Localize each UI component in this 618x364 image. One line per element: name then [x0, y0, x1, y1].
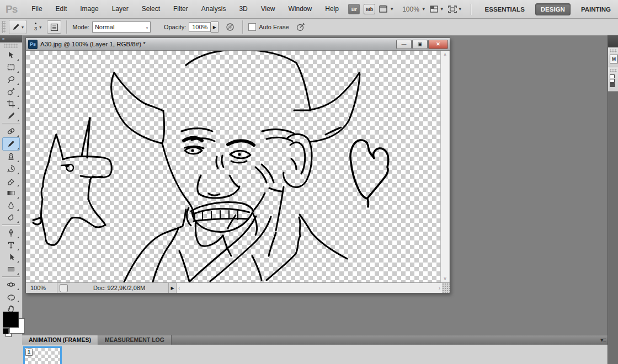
- launch-bridge-button[interactable]: Br: [348, 4, 360, 14]
- brush-preview: 3: [34, 23, 37, 31]
- smudge-icon: [7, 213, 15, 222]
- opacity-slider-button[interactable]: ▶: [211, 22, 219, 33]
- menu-image[interactable]: Image: [73, 0, 105, 18]
- scroll-right-arrow[interactable]: ›: [439, 285, 440, 291]
- toggle-brush-panel-button[interactable]: [47, 20, 61, 34]
- dock-header[interactable]: [608, 35, 618, 47]
- screen-mode-dropdown[interactable]: ▼: [448, 6, 462, 13]
- lasso-tool[interactable]: [3, 73, 19, 85]
- gradient-tool[interactable]: [3, 187, 19, 199]
- close-button[interactable]: ✕: [428, 40, 448, 49]
- rectangular-marquee-tool[interactable]: [3, 61, 19, 73]
- pencil-icon: [7, 140, 15, 148]
- mini-bridge-button[interactable]: Mb: [364, 4, 375, 14]
- panel-menu-icon[interactable]: ▾≡: [600, 336, 606, 344]
- brush-tip-dot: [35, 23, 36, 24]
- tool-group-separator: [2, 224, 20, 226]
- canvas[interactable]: [26, 51, 440, 282]
- blur-tool[interactable]: [3, 199, 19, 211]
- crop-tool[interactable]: [3, 98, 19, 110]
- foreground-color-swatch[interactable]: [3, 328, 9, 334]
- tool-preset-picker[interactable]: ▾: [9, 20, 26, 34]
- panel-grip[interactable]: [2, 21, 6, 33]
- history-brush-tool[interactable]: [3, 163, 19, 175]
- dock-panel-button-1[interactable]: M: [608, 47, 618, 67]
- arrange-documents-icon: [430, 6, 439, 13]
- eyedropper-tool[interactable]: [3, 110, 19, 122]
- maximize-button[interactable]: ▣: [412, 40, 428, 49]
- menu-select[interactable]: Select: [135, 0, 167, 18]
- status-bar: 100% Doc: 922,9K/2,08M ▶ ‹ ›: [26, 282, 450, 293]
- separator: [471, 4, 472, 15]
- document-title-bar[interactable]: Ps A30.jpg @ 100% (Layer 1, RGB/8#) * — …: [26, 38, 450, 51]
- tools-panel-header[interactable]: »: [0, 35, 22, 42]
- quick-selection-icon: [7, 87, 15, 96]
- quick-selection-tool[interactable]: [3, 85, 19, 98]
- menu-3d[interactable]: 3D: [232, 0, 254, 18]
- scroll-up-arrow[interactable]: ∧: [441, 52, 449, 57]
- mode-value: Normal: [95, 24, 114, 30]
- menu-view[interactable]: View: [254, 0, 282, 18]
- arrange-documents-dropdown[interactable]: ▼: [430, 6, 444, 13]
- tab-animation-frames-[interactable]: ANIMATION (FRAMES): [22, 335, 98, 345]
- rectangle-shape-tool[interactable]: [3, 263, 19, 275]
- horizontal-scrollbar[interactable]: ‹ ›: [177, 283, 442, 293]
- status-zoom-field[interactable]: 100%: [26, 283, 57, 293]
- type-tool[interactable]: [3, 239, 19, 251]
- workspace-design[interactable]: DESIGN: [535, 3, 571, 15]
- droplet-icon: [7, 201, 15, 210]
- gradient-icon: [7, 189, 15, 197]
- foreground-color-swatch-large[interactable]: [3, 312, 19, 328]
- workspace-painting[interactable]: PAINTING: [576, 4, 616, 15]
- scroll-left-arrow[interactable]: ‹: [178, 285, 180, 291]
- menu-window[interactable]: Window: [282, 0, 319, 18]
- tool-options-bar: ▾ 3 ▾ Mode: Normal ᵥ Opacity: 100% ▶ Aut…: [0, 19, 618, 36]
- tools-panel-grip[interactable]: [4, 44, 18, 48]
- photoshop-file-icon: Ps: [28, 40, 38, 49]
- chevron-down-icon: ▾: [22, 25, 24, 30]
- menu-file[interactable]: File: [25, 0, 49, 18]
- zoom-level-dropdown[interactable]: 100% ▼: [398, 6, 426, 13]
- move-tool[interactable]: [3, 49, 19, 61]
- panel-tabs: ANIMATION (FRAMES)MEASUREMENT LOG: [22, 335, 172, 345]
- window-controls: — ▣ ✕: [396, 40, 448, 49]
- pencil-tool[interactable]: [2, 137, 20, 151]
- dock-panel-button-2[interactable]: [608, 67, 618, 92]
- frame-number: 1: [25, 349, 33, 356]
- app-logo: Ps: [6, 3, 17, 15]
- brush-preset-picker[interactable]: 3 ▾: [34, 23, 41, 31]
- menu-filter[interactable]: Filter: [167, 0, 195, 18]
- smudge-tool[interactable]: [3, 211, 19, 223]
- resize-grip[interactable]: [442, 283, 450, 293]
- animation-frame-thumbnail[interactable]: 1: [23, 346, 62, 364]
- pen-tool[interactable]: [3, 227, 19, 239]
- scroll-down-arrow[interactable]: ∨: [441, 276, 449, 281]
- chevron-down-icon: ▾: [39, 25, 41, 30]
- opacity-field[interactable]: 100%: [189, 22, 211, 32]
- 3d-rotate-tool[interactable]: [3, 279, 19, 291]
- menu-edit[interactable]: Edit: [49, 0, 74, 18]
- screen-mode-icon: [448, 6, 457, 13]
- clone-stamp-tool[interactable]: [3, 151, 19, 163]
- minimize-button[interactable]: —: [396, 40, 412, 49]
- shape-icon: [7, 265, 15, 274]
- tab-measurement-log[interactable]: MEASUREMENT LOG: [98, 335, 172, 345]
- photoshop-window: Ps FileEditImageLayerSelectFilterAnalysi…: [0, 0, 618, 364]
- workspace-essentials[interactable]: ESSENTIALS: [480, 4, 530, 15]
- view-extras-dropdown[interactable]: ▼: [379, 5, 394, 13]
- path-selection-tool[interactable]: [3, 251, 19, 263]
- airbrush-button[interactable]: [223, 20, 237, 34]
- eraser-tool[interactable]: [3, 175, 19, 187]
- menu-help[interactable]: Help: [318, 0, 345, 18]
- mode-select[interactable]: Normal ᵥ: [92, 22, 151, 33]
- menu-layer[interactable]: Layer: [105, 0, 135, 18]
- airbrush-icon: [225, 22, 235, 32]
- auto-erase-control[interactable]: Auto Erase: [248, 23, 289, 31]
- auto-erase-checkbox[interactable]: [248, 23, 256, 31]
- 3d-orbit-tool[interactable]: [3, 291, 19, 303]
- menu-analysis[interactable]: Analysis: [195, 0, 233, 18]
- spot-healing-tool[interactable]: [3, 125, 19, 137]
- status-options-arrow[interactable]: ▶: [169, 283, 177, 293]
- tablet-pressure-button[interactable]: [294, 20, 308, 34]
- vertical-scrollbar[interactable]: ∧ ∨: [440, 51, 449, 282]
